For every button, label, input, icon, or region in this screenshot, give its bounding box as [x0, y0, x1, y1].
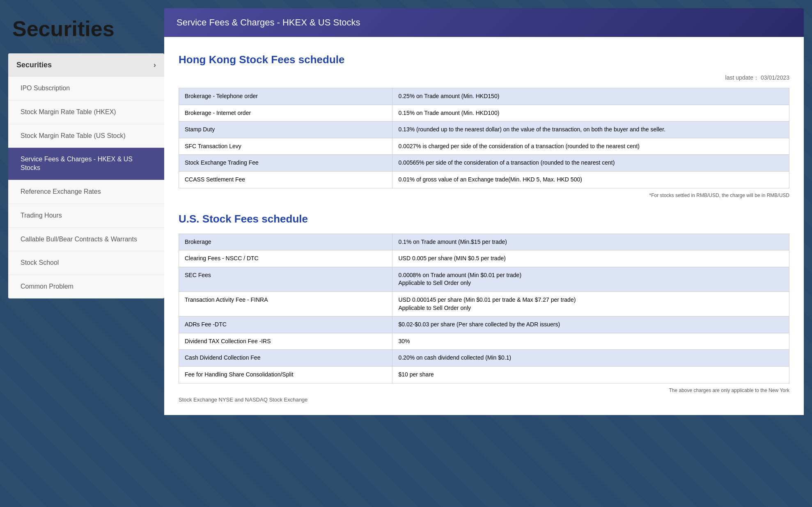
us-row-2-value: 0.0008% on Trade amount (Min $0.01 per t…: [392, 267, 789, 291]
us-row-3-label: Transaction Activity Fee - FINRA: [179, 291, 392, 316]
hk-section-title: Hong Kong Stock Fees schedule: [179, 53, 789, 66]
sidebar: Securities WikiFX Securities › IPO Subsc…: [0, 0, 164, 507]
sidebar-item-service-fees[interactable]: Service Fees & Charges - HKEX & US Stock…: [8, 148, 164, 180]
hk-row-0-label: Brokerage - Telephone order: [179, 88, 392, 105]
us-row-3-value: USD 0.000145 per share (Min $0.01 per tr…: [392, 291, 789, 316]
main-content: Service Fees & Charges - HKEX & US Stock…: [164, 0, 812, 507]
hk-row-4-value: 0.00565% per side of the consideration o…: [392, 155, 789, 172]
us-row-0-value: 0.1% on Trade amount (Min.$15 per trade): [392, 234, 789, 250]
nav-items-list: IPO Subscription Stock Margin Rate Table…: [8, 77, 164, 298]
sidebar-item-reference-exchange[interactable]: Reference Exchange Rates: [8, 180, 164, 204]
us-row-7-value: $10 per share: [392, 366, 789, 383]
sidebar-item-margin-us[interactable]: Stock Margin Rate Table (US Stock): [8, 124, 164, 148]
table-row: Brokerage - Internet order 0.15% on Trad…: [179, 105, 789, 122]
table-row: Stamp Duty 0.13% (rounded up to the near…: [179, 122, 789, 138]
us-row-5-label: Dividend TAX Collection Fee -IRS: [179, 333, 392, 350]
hk-row-1-value: 0.15% on Trade amount (Min. HKD100): [392, 105, 789, 122]
hk-footnote: *For stocks settled in RMB/USD, the char…: [179, 193, 789, 198]
exchange-note: Stock Exchange NYSE and NASDAQ Stock Exc…: [179, 397, 789, 403]
us-row-6-value: 0.20% on cash dividend collected (Min $0…: [392, 350, 789, 367]
last-update: last update： 03/01/2023: [179, 74, 789, 82]
last-update-date: 03/01/2023: [761, 74, 789, 81]
us-row-5-value: 30%: [392, 333, 789, 350]
sidebar-item-common-problem[interactable]: Common Problem: [8, 275, 164, 298]
table-row: CCASS Settlement Fee 0.01% of gross valu…: [179, 171, 789, 188]
us-row-6-label: Cash Dividend Collection Fee: [179, 350, 392, 367]
us-section-title: U.S. Stock Fees schedule: [179, 213, 789, 225]
us-row-2-label: SEC Fees: [179, 267, 392, 291]
us-row-2-line2: Applicable to Sell Order only: [398, 280, 471, 286]
us-fees-table: Brokerage 0.1% on Trade amount (Min.$15 …: [179, 234, 789, 383]
table-row: Cash Dividend Collection Fee 0.20% on ca…: [179, 350, 789, 367]
table-row: Brokerage - Telephone order 0.25% on Tra…: [179, 88, 789, 105]
table-row: SEC Fees 0.0008% on Trade amount (Min $0…: [179, 267, 789, 291]
table-row: Dividend TAX Collection Fee -IRS 30%: [179, 333, 789, 350]
us-row-2-line1: 0.0008% on Trade amount (Min $0.01 per t…: [398, 272, 521, 278]
us-row-1-value: USD 0.005 per share (MIN $0.5 per trade): [392, 250, 789, 267]
table-row: Transaction Activity Fee - FINRA USD 0.0…: [179, 291, 789, 316]
us-row-7-label: Fee for Handling Share Consolidation/Spl…: [179, 366, 392, 383]
page-header: Service Fees & Charges - HKEX & US Stock…: [164, 8, 804, 37]
sidebar-item-margin-hkex[interactable]: Stock Margin Rate Table (HKEX): [8, 101, 164, 124]
us-row-4-label: ADRs Fee -DTC: [179, 317, 392, 333]
table-row: ADRs Fee -DTC $0.02-$0.03 per share (Per…: [179, 317, 789, 333]
table-row: Stock Exchange Trading Fee 0.00565% per …: [179, 155, 789, 172]
nav-header-label: Securities: [16, 61, 52, 69]
hk-row-4-label: Stock Exchange Trading Fee: [179, 155, 392, 172]
hk-row-3-value: 0.0027% is charged per side of the consi…: [392, 138, 789, 155]
hk-row-5-value: 0.01% of gross value of an Exchange trad…: [392, 171, 789, 188]
sidebar-item-trading-hours[interactable]: Trading Hours: [8, 204, 164, 228]
table-row: Clearing Fees - NSCC / DTC USD 0.005 per…: [179, 250, 789, 267]
sidebar-item-callable[interactable]: Callable Bull/Bear Contracts & Warrants: [8, 228, 164, 252]
table-row: SFC Transaction Levy 0.0027% is charged …: [179, 138, 789, 155]
us-section: U.S. Stock Fees schedule Brokerage 0.1% …: [179, 213, 789, 403]
sidebar-item-ipo[interactable]: IPO Subscription: [8, 77, 164, 101]
us-row-3-line2: Applicable to Sell Order only: [398, 305, 471, 311]
hk-fees-table: Brokerage - Telephone order 0.25% on Tra…: [179, 88, 789, 188]
table-row: Fee for Handling Share Consolidation/Spl…: [179, 366, 789, 383]
hk-row-5-label: CCASS Settlement Fee: [179, 171, 392, 188]
last-update-label: last update：: [725, 74, 759, 81]
hk-row-0-value: 0.25% on Trade amount (Min. HKD150): [392, 88, 789, 105]
chevron-down-icon: ›: [154, 61, 156, 69]
hk-row-2-value: 0.13% (rounded up to the nearest dollar)…: [392, 122, 789, 138]
sidebar-watermark: WikiFX: [49, 33, 87, 46]
hk-row-2-label: Stamp Duty: [179, 122, 392, 138]
hk-row-1-label: Brokerage - Internet order: [179, 105, 392, 122]
us-row-4-value: $0.02-$0.03 per share (Per share collect…: [392, 317, 789, 333]
us-row-3-line1: USD 0.000145 per share (Min $0.01 per tr…: [398, 296, 576, 303]
us-footnote: The above charges are only applicable to…: [179, 388, 789, 393]
table-row: Brokerage 0.1% on Trade amount (Min.$15 …: [179, 234, 789, 250]
hk-row-3-label: SFC Transaction Levy: [179, 138, 392, 155]
content-area: Hong Kong Stock Fees schedule last updat…: [164, 37, 804, 415]
us-row-1-label: Clearing Fees - NSCC / DTC: [179, 250, 392, 267]
nav-header[interactable]: Securities ›: [8, 53, 164, 77]
us-row-0-label: Brokerage: [179, 234, 392, 250]
nav-section: Securities › IPO Subscription Stock Marg…: [8, 53, 164, 298]
sidebar-item-stock-school[interactable]: Stock School: [8, 251, 164, 275]
